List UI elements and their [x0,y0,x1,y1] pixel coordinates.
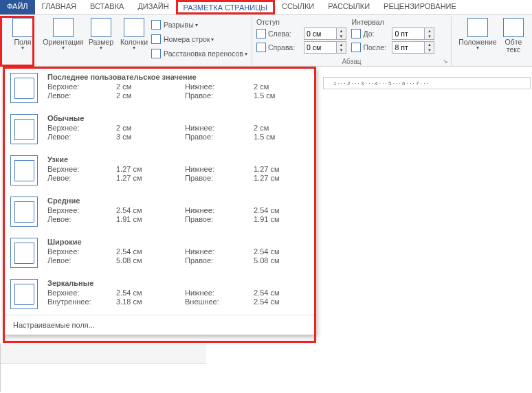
margins-option-5[interactable]: ЗеркальныеВерхнее:2.54 смНижнее:2.54 смВ… [3,273,315,315]
spacing-header: Интервал [351,16,447,27]
tab-file[interactable]: ФАЙЛ [0,0,35,14]
left-label: Левое: [47,215,116,223]
right-value: 5.08 см [254,256,309,265]
spacing-after-label: После: [363,43,392,52]
margins-option-icon [10,114,38,144]
margins-option-0[interactable]: Последнее пользовательское значениеВерхн… [3,67,315,109]
right-value: 1.91 см [254,215,309,223]
top-label: Верхнее: [47,206,116,214]
bottom-value: 1.27 см [254,165,309,173]
top-value: 2.54 см [116,206,185,214]
margins-icon [12,18,33,37]
indent-left-icon [256,29,266,38]
bottom-value: 2 см [254,82,309,91]
hyphenation-icon [151,49,161,58]
top-value: 2 см [116,124,185,132]
bottom-label: Нижнее: [185,206,254,214]
breaks-icon [151,20,161,30]
tab-layout-highlight: РАЗМЕТКА СТРАНИЦЫ [176,0,275,14]
left-value: 1.91 см [116,215,185,223]
margins-option-4[interactable]: ШирокиеВерхнее:2.54 смНижнее:2.54 смЛево… [3,232,315,273]
bottom-value: 2.54 см [254,289,309,297]
left-value: 5.08 см [116,256,185,265]
tab-references[interactable]: ССЫЛКИ [275,0,321,14]
top-label: Верхнее: [47,82,116,91]
indent-left-input[interactable] [304,27,337,40]
spacing-before-input[interactable] [392,27,425,40]
horizontal-ruler[interactable]: 1 · · · 2 · · · 3 · · · 4 · · · 5 · · · … [323,77,531,89]
left-label: Левое: [47,91,116,100]
margins-option-icon [10,238,38,268]
wrap-text-button[interactable]: Обте текс [500,16,527,66]
bottom-label: Нижнее: [185,82,254,91]
spacing-after-icon [351,43,361,52]
tab-mailings[interactable]: РАССЫЛКИ [321,0,377,14]
paragraph-launcher-icon[interactable]: ↘ [443,58,450,65]
line-numbers-icon [151,34,161,44]
left-value: 1.27 см [116,174,185,182]
right-label: Правое: [185,215,254,223]
line-numbers-button[interactable]: Номера строк▾ [151,32,247,46]
bottom-label: Нижнее: [185,289,254,297]
position-icon [467,18,488,37]
left-label: Левое: [47,256,116,265]
top-value: 2.54 см [116,289,185,297]
top-value: 1.27 см [116,165,185,173]
top-value: 2.54 см [116,247,185,256]
margins-option-title: Широкие [47,238,309,246]
right-label: Правое: [185,174,254,182]
spacing-after-input[interactable] [392,41,425,54]
left-label: Внутреннее: [47,297,116,306]
left-value: 3 см [116,133,185,141]
indent-right-spinner[interactable]: ▲▼ [337,41,346,54]
right-value: 1.5 см [254,91,309,100]
right-label: Правое: [185,91,254,100]
spacing-before-label: До: [363,30,392,38]
indent-left-spinner[interactable]: ▲▼ [337,27,346,40]
indent-right-input[interactable] [304,41,337,54]
margins-option-1[interactable]: ОбычныеВерхнее:2 смНижнее:2 смЛевое:3 см… [3,109,315,150]
margins-option-3[interactable]: СредниеВерхнее:2.54 смНижнее:2.54 смЛево… [3,191,315,232]
spacing-before-spinner[interactable]: ▲▼ [425,27,434,40]
margins-option-title: Обычные [47,114,309,122]
size-icon [91,18,111,37]
margins-button[interactable]: Поля [4,16,41,66]
margins-option-icon [10,279,38,309]
breaks-button[interactable]: Разрывы▾ [151,18,247,32]
tab-insert[interactable]: ВСТАВКА [83,0,131,14]
margins-option-title: Зеркальные [47,279,309,287]
top-value: 2 см [116,82,185,91]
spacing-before-icon [351,29,361,38]
position-button[interactable]: Положение [456,16,500,66]
custom-margins-item[interactable]: Настраиваемые поля... [3,315,315,335]
right-label: Внешнее: [185,297,254,306]
top-label: Верхнее: [47,165,116,173]
bottom-value: 2 см [254,124,309,132]
right-label: Правое: [185,133,254,141]
columns-icon [124,18,144,37]
bottom-value: 2.54 см [254,206,309,214]
spacing-after-spinner[interactable]: ▲▼ [425,41,434,54]
top-label: Верхнее: [47,247,116,256]
margins-option-icon [10,73,38,103]
paragraph-group-label: Абзац [252,58,451,65]
bottom-value: 2.54 см [254,247,309,256]
margins-option-icon [10,196,38,227]
tab-design[interactable]: ДИЗАЙН [131,0,175,14]
ribbon-tabs: ФАЙЛ ГЛАВНАЯ ВСТАВКА ДИЗАЙН РАЗМЕТКА СТР… [0,0,532,15]
right-label: Правое: [185,256,254,265]
bottom-label: Нижнее: [185,124,254,132]
margins-option-2[interactable]: УзкиеВерхнее:1.27 смНижнее:1.27 смЛевое:… [3,150,315,191]
tab-review[interactable]: РЕЦЕНЗИРОВАНИЕ [377,0,463,14]
tab-home[interactable]: ГЛАВНАЯ [35,0,83,14]
indent-header: Отступ [256,16,352,27]
indent-right-label: Справа: [268,43,304,52]
right-value: 2.54 см [254,297,309,306]
columns-button[interactable]: Колонки [117,16,151,66]
orientation-button[interactable]: Ориентация [41,16,85,66]
right-value: 1.5 см [254,133,309,141]
tab-layout[interactable]: РАЗМЕТКА СТРАНИЦЫ [184,2,267,12]
margins-option-title: Узкие [47,155,309,164]
size-button[interactable]: Размер [85,16,117,66]
hyphenation-button[interactable]: Расстановка переносов▾ [151,47,247,60]
